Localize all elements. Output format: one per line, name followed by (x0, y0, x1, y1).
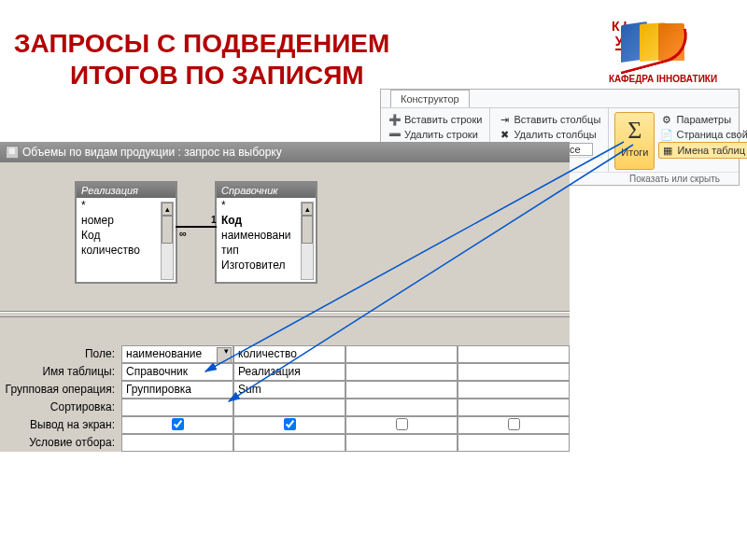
logo-text-1: КАФЕДРА ІННОВАТИКИ (602, 74, 724, 84)
table-directory[interactable]: Справочник * Код наименовани тип Изготов… (215, 181, 317, 284)
department-logo: К ІУ КАФЕДРА ІННОВАТИКИ ТА УПРАВЛІННЯ (602, 14, 724, 98)
show-checkbox[interactable] (508, 418, 520, 430)
criteria-cell[interactable] (233, 434, 345, 452)
ribbon-tab-design[interactable]: Конструктор (390, 90, 470, 107)
insert-rows-button[interactable]: ➕Вставить строки (387, 112, 484, 127)
table-cell[interactable] (458, 363, 570, 381)
row-label-show: Вывод на экран: (0, 416, 121, 434)
sort-cell[interactable] (233, 399, 345, 416)
property-sheet-icon: 📄 (660, 128, 673, 141)
total-cell[interactable]: Sum (233, 381, 345, 399)
delete-rows-icon: ➖ (388, 128, 402, 141)
field-cell[interactable]: наименование (121, 345, 233, 363)
table-cell[interactable]: Реализация (233, 363, 345, 381)
total-cell[interactable]: Группировка (121, 381, 233, 399)
relationship-pane[interactable]: Реализация * номер Код количество ▴ Спра… (0, 162, 570, 312)
delete-columns-icon: ✖ (498, 128, 511, 141)
show-cell[interactable] (121, 416, 233, 434)
insert-columns-icon: ⇥ (498, 113, 511, 126)
title-line1: ЗАПРОСЫ С ПОДВЕДЕНИЕМ (14, 28, 389, 60)
row-label-field: Поле: (0, 345, 121, 363)
window-titlebar[interactable]: ▦ Объемы по видам продукции : запрос на … (0, 142, 570, 162)
row-label-total: Групповая операция: (0, 381, 121, 399)
query-design-window: ▦ Объемы по видам продукции : запрос на … (0, 142, 570, 452)
table-directory-title: Справочник (217, 183, 316, 198)
row-label-sort: Сортировка: (0, 399, 121, 416)
scroll-thumb[interactable] (302, 216, 313, 244)
delete-columns-button[interactable]: ✖Удалить столбцы (496, 127, 602, 142)
window-icon: ▦ (6, 146, 19, 159)
insert-rows-icon: ➕ (388, 113, 402, 126)
sort-cell[interactable] (121, 399, 233, 416)
table-cell[interactable] (345, 363, 458, 381)
criteria-cell[interactable] (121, 434, 233, 452)
sigma-icon: Σ (627, 117, 641, 145)
row-label-criteria: Условие отбора: (0, 434, 121, 452)
total-cell[interactable] (345, 381, 458, 399)
scrollbar[interactable]: ▴ (301, 202, 314, 280)
show-checkbox[interactable] (172, 418, 184, 430)
insert-columns-button[interactable]: ⇥Вставить столбцы (496, 112, 602, 127)
title-line2: ИТОГОВ ПО ЗАПИСЯМ (70, 60, 389, 91)
window-title: Объемы по видам продукции : запрос на вы… (22, 146, 282, 159)
field-cell[interactable] (458, 345, 570, 363)
sort-cell[interactable] (345, 399, 458, 416)
scroll-thumb[interactable] (162, 216, 173, 244)
delete-rows-button[interactable]: ➖Удалить строки (387, 127, 484, 142)
scrollbar[interactable]: ▴ (161, 202, 174, 280)
show-cell[interactable] (233, 416, 345, 434)
show-checkbox[interactable] (284, 418, 296, 430)
slide-title: ЗАПРОСЫ С ПОДВЕДЕНИЕМ ИТОГОВ ПО ЗАПИСЯМ (14, 28, 389, 91)
relationship-many: ∞ (179, 228, 187, 239)
total-cell[interactable] (458, 381, 570, 399)
parameters-icon: ⚙ (660, 113, 673, 126)
field-cell[interactable] (345, 345, 458, 363)
totals-button[interactable]: Σ Итоги (614, 112, 655, 170)
table-names-button[interactable]: ▦Имена таблиц (658, 142, 747, 159)
show-cell[interactable] (458, 416, 570, 434)
parameters-button[interactable]: ⚙Параметры (658, 112, 747, 127)
criteria-cell[interactable] (458, 434, 570, 452)
scroll-up-icon[interactable]: ▴ (302, 203, 313, 216)
table-names-icon: ▦ (661, 144, 674, 157)
row-label-table: Имя таблицы: (0, 363, 121, 381)
scroll-up-icon[interactable]: ▴ (162, 203, 173, 216)
show-cell[interactable] (345, 416, 458, 434)
qbe-grid: Поле: наименование количество Имя таблиц… (0, 317, 570, 452)
table-realization[interactable]: Реализация * номер Код количество ▴ (75, 181, 177, 284)
table-realization-title: Реализация (77, 183, 176, 198)
relationship-one: 1 (211, 215, 217, 225)
property-sheet-button[interactable]: 📄Страница свойств (658, 127, 747, 142)
show-checkbox[interactable] (396, 418, 408, 430)
field-cell[interactable]: количество (233, 345, 345, 363)
sort-cell[interactable] (458, 399, 570, 416)
table-cell[interactable]: Справочник (121, 363, 233, 381)
criteria-cell[interactable] (345, 434, 458, 452)
